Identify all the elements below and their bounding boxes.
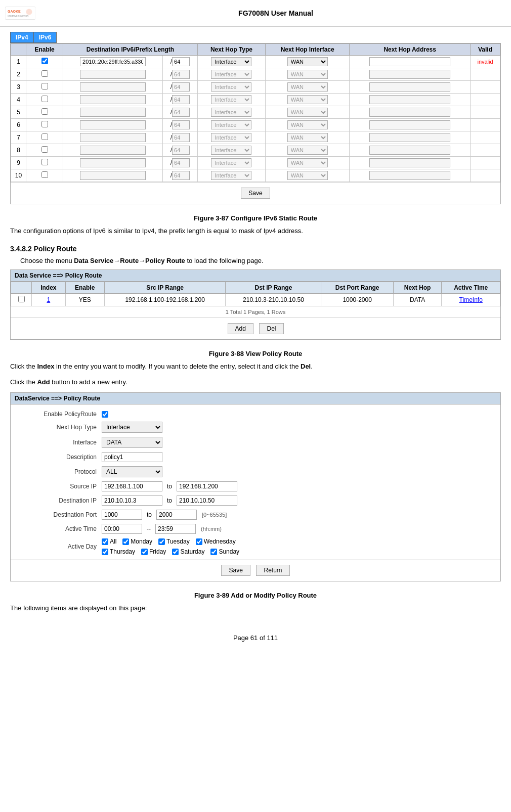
day-tuesday-check[interactable]: [158, 538, 165, 545]
source-ip-from[interactable]: [102, 481, 162, 491]
day-saturday-check[interactable]: [172, 549, 179, 555]
active-time-from[interactable]: [102, 524, 142, 534]
dest-ip-to[interactable]: [177, 495, 237, 506]
ipv6-row-7-dest[interactable]: [80, 133, 146, 142]
ipv6-row-6-enable[interactable]: [41, 121, 48, 127]
del-button[interactable]: Del: [259, 323, 283, 334]
ipv6-row-5-hop-type[interactable]: Interface: [211, 108, 251, 117]
ipv6-row-6-hop-iface[interactable]: WAN: [287, 120, 328, 129]
ipv6-row-1-hop-type[interactable]: Interface: [211, 57, 251, 66]
ipv6-row-10-enable[interactable]: [41, 171, 48, 178]
ipv6-row-4-addr[interactable]: [369, 95, 450, 104]
day-friday[interactable]: Friday: [141, 548, 166, 555]
form-return-button[interactable]: Return: [256, 565, 289, 576]
ipv6-row-4-hop-type[interactable]: Interface: [211, 95, 251, 104]
ipv6-row-6-hop-type[interactable]: Interface: [211, 120, 251, 129]
protocol-select[interactable]: ALL TCP UDP ICMP: [102, 466, 162, 477]
ipv6-row-3-prefix[interactable]: [172, 82, 190, 92]
ipv6-row-2-addr[interactable]: [369, 70, 450, 79]
ipv6-row-8-prefix[interactable]: [172, 146, 190, 155]
ipv6-row-9-hop-type[interactable]: Interface: [211, 158, 251, 167]
day-thursday-check[interactable]: [102, 549, 108, 555]
ipv6-row-7-hop-type[interactable]: Interface: [211, 133, 251, 142]
ipv6-row-1-enable[interactable]: [41, 58, 48, 64]
day-monday[interactable]: Monday: [122, 538, 152, 545]
ipv6-row-8-hop-iface[interactable]: WAN: [287, 146, 328, 155]
day-all-check[interactable]: [102, 538, 108, 545]
ipv6-row-6-addr[interactable]: [369, 120, 450, 129]
ipv6-row-6-dest[interactable]: [80, 120, 146, 129]
ipv6-row-3-hop-type[interactable]: Interface: [211, 82, 251, 92]
ipv6-row-8-enable[interactable]: [41, 146, 48, 153]
ipv6-row-1-dest[interactable]: [80, 57, 146, 66]
ipv6-row-8-dest[interactable]: [80, 146, 146, 155]
day-saturday[interactable]: Saturday: [172, 548, 204, 555]
day-friday-check[interactable]: [141, 549, 148, 555]
ipv6-row-2-hop-iface[interactable]: WAN: [287, 70, 328, 79]
ipv6-row-9-hop-iface[interactable]: WAN: [287, 158, 328, 167]
policy-row-1-index[interactable]: 1: [47, 296, 51, 303]
day-sunday[interactable]: Sunday: [210, 548, 239, 555]
dest-ip-from[interactable]: [102, 495, 162, 506]
description-input[interactable]: [102, 452, 162, 462]
day-thursday[interactable]: Thursday: [102, 548, 135, 555]
interface-select[interactable]: DATA WAN LAN: [102, 437, 162, 448]
tab-ipv4[interactable]: IPv4: [10, 32, 33, 43]
day-monday-check[interactable]: [122, 538, 129, 545]
ipv6-row-3-enable[interactable]: [41, 83, 48, 89]
ipv6-row-5-dest[interactable]: [80, 108, 146, 117]
ipv6-row-4-enable[interactable]: [41, 96, 48, 102]
ipv6-row-4-hop-iface[interactable]: WAN: [287, 95, 328, 104]
add-button[interactable]: Add: [228, 323, 253, 334]
ipv6-row-9-enable[interactable]: [41, 159, 48, 165]
ipv6-row-3-addr[interactable]: [369, 82, 450, 92]
ipv6-row-8-addr[interactable]: [369, 146, 450, 155]
ipv6-row-7-prefix[interactable]: [172, 133, 190, 142]
ipv6-row-5-prefix[interactable]: [172, 108, 190, 117]
ipv6-save-button[interactable]: Save: [241, 188, 270, 199]
ipv6-row-2-prefix[interactable]: [172, 70, 190, 79]
day-all[interactable]: All: [102, 538, 116, 545]
ipv6-row-5-enable[interactable]: [41, 108, 48, 115]
tab-ipv6[interactable]: IPv6: [33, 32, 57, 43]
ipv6-row-3-hop-iface[interactable]: WAN: [287, 82, 328, 92]
dest-port-from[interactable]: [102, 510, 142, 520]
ipv6-row-7-enable[interactable]: [41, 133, 48, 140]
day-sunday-check[interactable]: [210, 549, 217, 555]
ipv6-row-10-hop-iface[interactable]: WAN: [287, 171, 328, 180]
ipv6-row-6-prefix[interactable]: [172, 120, 190, 129]
ipv6-row-2-hop-type[interactable]: Interface: [211, 70, 251, 79]
ipv6-row-5-hop-iface[interactable]: WAN: [287, 108, 328, 117]
ipv6-row-4-dest[interactable]: [80, 95, 146, 104]
day-wednesday-check[interactable]: [196, 538, 202, 545]
ipv6-row-10-hop-type[interactable]: Interface: [211, 171, 251, 180]
day-wednesday[interactable]: Wednesday: [196, 538, 236, 545]
ipv6-row-9-dest[interactable]: [80, 158, 146, 167]
active-time-control: -- (hh:mm): [102, 524, 222, 534]
ipv6-row-4-prefix[interactable]: [172, 95, 190, 104]
ipv6-row-1-prefix[interactable]: [172, 57, 190, 66]
day-tuesday[interactable]: Tuesday: [158, 538, 190, 545]
ipv6-row-2-enable[interactable]: [41, 70, 48, 77]
ipv6-row-9-prefix[interactable]: [172, 158, 190, 167]
ipv6-row-3-dest[interactable]: [80, 82, 146, 92]
ipv6-row-9-addr[interactable]: [369, 158, 450, 167]
next-hop-type-select[interactable]: Interface Gateway: [102, 422, 162, 433]
ipv6-row-1-hop-iface[interactable]: WAN: [287, 57, 328, 66]
policy-row-1-check[interactable]: [18, 296, 25, 302]
enable-checkbox[interactable]: [102, 411, 108, 418]
dest-port-to[interactable]: [156, 510, 197, 520]
active-time-to[interactable]: [155, 524, 196, 534]
ipv6-row-7-hop-iface[interactable]: WAN: [287, 133, 328, 142]
policy-row-1-time[interactable]: TimeInfo: [459, 296, 483, 303]
ipv6-row-7-addr[interactable]: [369, 133, 450, 142]
ipv6-row-2-dest[interactable]: [80, 70, 146, 79]
ipv6-row-5-addr[interactable]: [369, 108, 450, 117]
source-ip-to[interactable]: [177, 481, 237, 491]
ipv6-row-10-addr[interactable]: [369, 171, 450, 180]
ipv6-row-10-dest[interactable]: [80, 171, 146, 180]
ipv6-row-8-hop-type[interactable]: Interface: [211, 146, 251, 155]
ipv6-row-1-addr[interactable]: [369, 57, 450, 66]
ipv6-row-10-prefix[interactable]: [172, 171, 190, 180]
form-save-button[interactable]: Save: [221, 565, 250, 576]
